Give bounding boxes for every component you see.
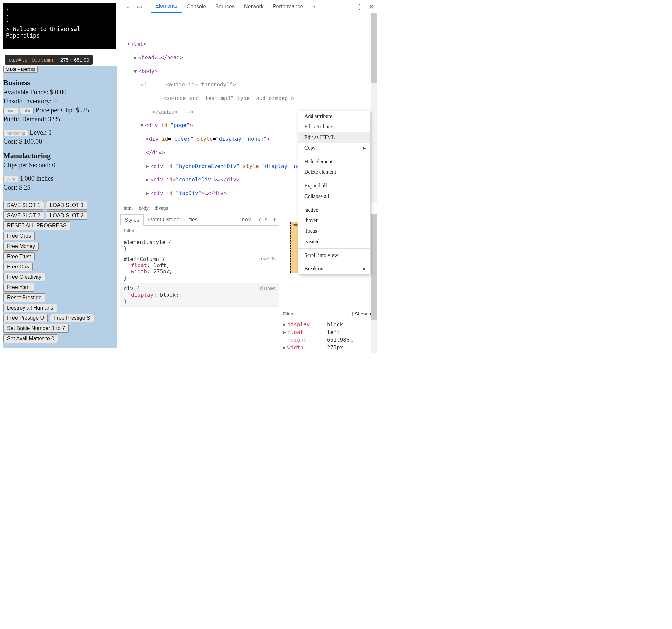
context-menu: Add attribute Edit attribute Edit as HTM…	[298, 111, 370, 274]
debug-button[interactable]: Set Avail Matter to 0	[3, 334, 58, 343]
properties-tab[interactable]: ties	[185, 214, 201, 225]
manufacturing-heading: Manufacturing	[3, 151, 116, 160]
make-paperclip-button[interactable]: Make Paperclip	[3, 66, 38, 73]
ctx-edit-as-html[interactable]: Edit as HTML	[298, 132, 370, 143]
submenu-arrow-icon: ▶	[363, 267, 366, 271]
debug-button[interactable]: Free Clips	[3, 232, 35, 240]
lower-button[interactable]: lower	[3, 107, 18, 114]
marketing-cost: Cost: $ 100.00	[3, 138, 116, 145]
computed-row[interactable]: height651.986…	[283, 336, 374, 344]
show-all-toggle[interactable]: Show all	[348, 311, 374, 316]
ctx-focus[interactable]: :focus	[298, 226, 370, 236]
close-devtools-icon[interactable]: ✕	[368, 3, 374, 10]
save-slot-2-button[interactable]: SAVE SLOT 2	[3, 211, 44, 220]
reset-progress-button[interactable]: RESET ALL PROGRESS	[3, 221, 70, 230]
ctx-delete-element[interactable]: Delete element	[298, 167, 370, 177]
computed-row[interactable]: ▶floatleft	[283, 329, 374, 336]
debug-button[interactable]: Free Yomi	[3, 283, 34, 292]
style-rule[interactable]: element.style { }	[120, 237, 279, 254]
debug-button[interactable]: Free Money	[3, 242, 39, 250]
inspect-element-icon[interactable]: ⟐	[122, 3, 134, 10]
console: . . . > Welcome to Universal Paperclips	[3, 3, 116, 49]
debug-button[interactable]: Reset Prestige	[3, 293, 45, 302]
computed-filter-input[interactable]	[283, 311, 316, 316]
device-toolbar-icon[interactable]: ▭	[134, 3, 145, 10]
debug-button[interactable]: Free Creativity	[3, 273, 45, 282]
styles-tab[interactable]: Styles	[120, 214, 144, 226]
wire-cost: Cost: $ 25	[3, 184, 116, 191]
devtools-panel: ⟐ ▭ Elements Console Sources Network Per…	[120, 0, 377, 353]
console-welcome: > Welcome to Universal Paperclips	[6, 26, 114, 39]
computed-row[interactable]: ▶width275px	[283, 344, 374, 351]
style-rule[interactable]: e.css:295 #leftColumn { float: left; wid…	[120, 254, 279, 283]
add-rule-icon[interactable]: +	[272, 216, 277, 223]
available-funds: Available Funds: $ 0.00	[3, 89, 116, 96]
ctx-collapse-all[interactable]: Collapse all	[298, 191, 370, 201]
ctx-copy[interactable]: Copy▶	[298, 143, 370, 153]
debug-button[interactable]: Destroy all Humans	[3, 304, 57, 312]
console-dot: .	[6, 5, 114, 10]
element-inspector-dim: 275 × 651.99	[56, 55, 93, 65]
hov-toggle[interactable]: :hov	[236, 216, 253, 223]
kebab-menu-icon[interactable]: ⋮	[356, 3, 362, 10]
save-slot-1-button[interactable]: SAVE SLOT 1	[3, 201, 44, 210]
ctx-visited[interactable]: :visited	[298, 236, 370, 247]
debug-button[interactable]: Free Prestige S	[50, 314, 94, 322]
ctx-hover[interactable]: :hover	[298, 215, 370, 226]
event-listeners-tab[interactable]: Event Listener	[144, 214, 185, 225]
tab-elements[interactable]: Elements	[151, 0, 182, 13]
marketing-level: Level: 1	[30, 129, 52, 136]
cls-toggle[interactable]: .cls	[253, 216, 270, 223]
style-rule[interactable]: ylesheet div { display: block; }	[120, 283, 279, 307]
raise-button[interactable]: raise	[20, 107, 34, 114]
element-inspector-tip: div#leftColumn 275 × 651.99	[5, 55, 93, 65]
debug-button[interactable]: Free Trust	[3, 252, 35, 261]
submenu-arrow-icon: ▶	[363, 146, 366, 150]
public-demand: Public Demand: 32%	[3, 115, 116, 123]
ctx-edit-attribute[interactable]: Edit attribute	[298, 121, 370, 132]
page-panel: . . . > Welcome to Universal Paperclips …	[0, 0, 120, 353]
tab-performance[interactable]: Performance	[268, 0, 308, 13]
wire-button[interactable]: Wire	[3, 176, 18, 183]
console-dot: .	[6, 10, 114, 17]
unsold-inventory: Unsold Inventory: 0	[3, 97, 116, 105]
ctx-expand-all[interactable]: Expand all	[298, 180, 370, 191]
clips-per-second: Clips per Second: 0	[3, 161, 116, 169]
console-dot: .	[6, 17, 114, 23]
ctx-add-attribute[interactable]: Add attribute	[298, 111, 370, 121]
scrollbar-thumb[interactable]	[371, 214, 377, 320]
load-slot-2-button[interactable]: LOAD SLOT 2	[46, 211, 88, 220]
more-tabs-icon[interactable]: »	[308, 0, 320, 13]
css-source-label: ylesheet	[260, 285, 276, 291]
debug-button[interactable]: Free Ops	[3, 263, 33, 271]
wire-inches: 1,000 inches	[20, 175, 53, 182]
tab-network[interactable]: Network	[239, 0, 268, 13]
devtools-tabbar: ⟐ ▭ Elements Console Sources Network Per…	[120, 0, 377, 13]
ctx-break-on[interactable]: Break on…▶	[298, 264, 370, 274]
ctx-hide-element[interactable]: Hide element	[298, 156, 370, 167]
tab-sources[interactable]: Sources	[211, 0, 239, 13]
scrollbar-thumb[interactable]	[371, 13, 377, 83]
marketing-button[interactable]: Marketing	[3, 130, 28, 137]
debug-button[interactable]: Set Battle Number 1 to 7	[3, 324, 69, 333]
ctx-active[interactable]: :active	[298, 204, 370, 215]
load-slot-1-button[interactable]: LOAD SLOT 1	[46, 201, 88, 210]
business-heading: Business	[3, 78, 116, 87]
price-per-clip: Price per Clip: $ .25	[35, 106, 89, 114]
tab-console[interactable]: Console	[182, 0, 211, 13]
css-source-link[interactable]: e.css:295	[258, 256, 276, 262]
debug-button[interactable]: Free Prestige U	[3, 314, 48, 322]
styles-filter-input[interactable]	[124, 228, 276, 234]
ctx-scroll-into-view[interactable]: Scroll into view	[298, 250, 370, 261]
left-column: Make Paperclip Business Available Funds:…	[3, 66, 116, 344]
computed-row[interactable]: ▶displayblock	[283, 321, 374, 329]
styles-pane: Styles Event Listener ties :hov .cls + e…	[120, 214, 280, 353]
